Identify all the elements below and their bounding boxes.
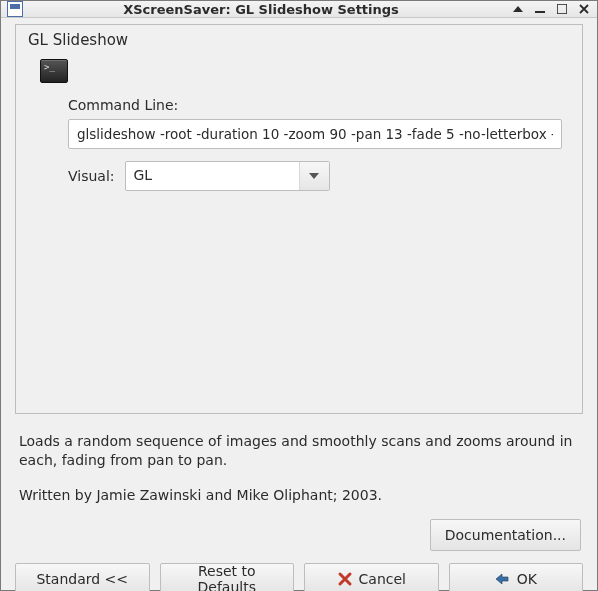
description-text: Loads a random sequence of images and sm… xyxy=(19,432,579,505)
documentation-button[interactable]: Documentation... xyxy=(430,519,581,551)
window-title: XScreenSaver: GL Slideshow Settings xyxy=(11,2,511,17)
visual-row: Visual: GL xyxy=(68,161,562,191)
ok-button[interactable]: OK xyxy=(449,563,584,591)
svg-rect-0 xyxy=(535,11,545,13)
close-button[interactable] xyxy=(577,2,591,16)
standard-button[interactable]: Standard << xyxy=(15,563,150,591)
titlebar: XScreenSaver: GL Slideshow Settings xyxy=(1,1,597,18)
cancel-button[interactable]: Cancel xyxy=(304,563,439,591)
cancel-icon xyxy=(337,571,353,587)
command-line-input[interactable] xyxy=(68,119,562,149)
maximize-button[interactable] xyxy=(555,2,569,16)
settings-panel: GL Slideshow Command Line: Visual: GL xyxy=(15,24,583,414)
command-line-label: Command Line: xyxy=(68,97,562,113)
visual-value: GL xyxy=(126,162,299,190)
app-icon xyxy=(7,1,23,17)
visual-combobox[interactable]: GL xyxy=(125,161,330,191)
description-line-1: Loads a random sequence of images and sm… xyxy=(19,432,579,470)
content-area: GL Slideshow Command Line: Visual: GL L xyxy=(1,18,597,591)
visual-label: Visual: xyxy=(68,168,115,184)
chevron-down-icon[interactable] xyxy=(299,162,329,190)
window-controls xyxy=(511,2,591,16)
description-line-2: Written by Jamie Zawinski and Mike Oliph… xyxy=(19,486,579,505)
svg-rect-1 xyxy=(557,4,567,14)
button-bar: Standard << Reset to Defaults Cancel OK xyxy=(15,563,583,591)
terminal-icon xyxy=(40,59,68,83)
ok-icon xyxy=(495,571,511,587)
panel-title: GL Slideshow xyxy=(28,31,572,49)
form-area: Command Line: Visual: GL xyxy=(68,97,562,191)
minimize-button[interactable] xyxy=(533,2,547,16)
settings-window: XScreenSaver: GL Slideshow Settings GL S… xyxy=(0,0,598,591)
rollup-button[interactable] xyxy=(511,2,525,16)
documentation-row: Documentation... xyxy=(15,519,583,551)
reset-defaults-button[interactable]: Reset to Defaults xyxy=(160,563,295,591)
